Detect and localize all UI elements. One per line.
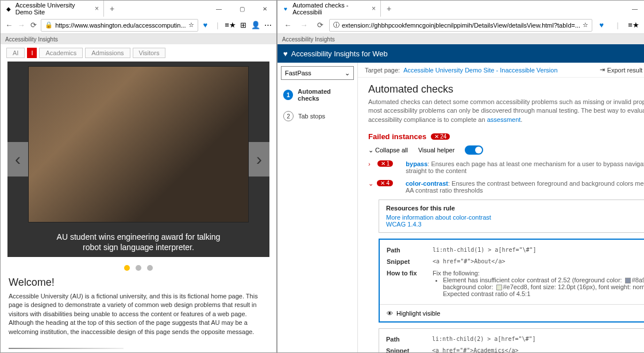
browser-tab-left[interactable]: ◆ Accessible University Demo Site × (1, 1, 104, 17)
sidebar: FastPass ⌄ 1 Automated checks 2 Tab stop… (277, 63, 358, 352)
menu-icon[interactable]: ⋯ (263, 18, 273, 32)
new-tab-button[interactable]: + (381, 4, 397, 13)
export-icon: ⇥ (600, 66, 605, 74)
collapse-all-button[interactable]: ⌄ Collapse all (368, 147, 408, 154)
assessment-link[interactable]: assessment (487, 116, 521, 123)
forward-icon: → (16, 18, 26, 32)
divider: | (611, 18, 624, 32)
eye-icon: 👁 (387, 310, 393, 317)
page-title: Automated checks (368, 83, 644, 95)
forward-icon: → (297, 18, 311, 32)
label-path: Path (386, 336, 421, 343)
tab-academics[interactable]: Academics (39, 48, 83, 58)
favorites-icon[interactable]: ≡★ (627, 18, 641, 32)
rule-bypass[interactable]: › ✕ 1 bypass: Ensures each page has at l… (368, 160, 644, 174)
divider (9, 348, 124, 349)
divider: | (213, 18, 222, 32)
lock-icon: 🔒 (45, 21, 53, 29)
target-page-label: Target page: (365, 67, 400, 74)
refresh-icon[interactable]: ⟳ (313, 18, 327, 32)
close-icon[interactable]: × (372, 5, 376, 13)
star-icon[interactable]: ☆ (583, 21, 588, 29)
label-howfix: How to fix (387, 270, 421, 297)
resource-link-wcag[interactable]: WCAG 1.4.3 (386, 221, 422, 228)
browser-tab-right[interactable]: ♥ Automated checks - Accessibili × (277, 1, 381, 17)
rule-name[interactable]: bypass (406, 160, 427, 167)
new-tab-button[interactable]: + (104, 4, 120, 13)
target-page-link[interactable]: Accessible University Demo Site - Inacce… (403, 67, 557, 74)
failed-instances-heading: Failed instances (368, 132, 426, 141)
url-text: extension://ghbhpcookfemncgoinjblecnilpp… (342, 22, 580, 29)
tab-title: Accessible University Demo Site (16, 2, 91, 16)
address-bar[interactable]: 🔒 https://www.washington.edu/accesscompu… (41, 19, 198, 32)
instance-snippet: <a href="#">About</a> (433, 258, 644, 265)
carousel-next-icon[interactable]: › (249, 142, 269, 176)
site-tabs: AI I Academics Admissions Visitors (1, 44, 276, 62)
step-label: Automated checks (298, 88, 352, 102)
rule-count-badge: ✕ 1 (377, 160, 394, 167)
step-automated-checks[interactable]: 1 Automated checks (277, 83, 357, 106)
highlight-visible-button[interactable]: Highlight visible (396, 310, 440, 317)
tab-admissions[interactable]: Admissions (85, 48, 130, 58)
rule-name[interactable]: color-contrast (406, 180, 448, 187)
extension-bar: Accessibility Insights (277, 34, 644, 44)
minimize-icon[interactable]: — (207, 1, 230, 17)
instance-path: li:nth-child(1) > a[href="\#"] (433, 247, 644, 254)
label-snippet: Snippet (386, 347, 421, 352)
chevron-down-icon: ⌄ (368, 147, 373, 154)
failed-count-badge: ✕ 24 (431, 133, 450, 140)
welcome-text: Accessible University (AU) is a fictiona… (9, 292, 268, 336)
tab-i[interactable]: I (27, 48, 37, 58)
star-icon[interactable]: ☆ (188, 21, 194, 29)
favorites-icon[interactable]: ≡★ (225, 18, 236, 32)
favicon-icon: ♥ (282, 5, 289, 13)
collections-icon[interactable]: ⊞ (238, 18, 248, 32)
resources-card: Resources for this rule More information… (379, 199, 644, 233)
heart-icon: ♥ (283, 49, 288, 58)
url-text: https://www.washington.edu/accesscomputi… (55, 22, 186, 29)
step-tab-stops[interactable]: 2 Tab stops (277, 106, 357, 126)
welcome-heading: Welcome! (9, 277, 268, 289)
back-icon[interactable]: ← (281, 18, 295, 32)
chevron-down-icon: ⌄ (345, 70, 350, 77)
main-panel: Target page: Accessible University Demo … (358, 63, 644, 352)
rule-color-contrast[interactable]: ⌄ ✕ 4 color-contrast: Ensures the contra… (368, 180, 644, 194)
resources-heading: Resources for this rule (386, 205, 644, 212)
profile-icon[interactable]: 👤 (250, 18, 260, 32)
export-result-button[interactable]: ⇥Export result (600, 66, 643, 74)
rule-count-badge: ✕ 4 (377, 180, 393, 186)
chevron-right-icon: › (368, 160, 374, 167)
chevron-down-icon: ⌄ (368, 180, 373, 187)
dot-1[interactable] (124, 265, 130, 271)
dot-2[interactable] (136, 265, 141, 271)
visual-helper-toggle[interactable] (465, 145, 483, 155)
dot-3[interactable] (147, 265, 153, 271)
image-carousel: ‹ › AU student wins engineering award fo… (7, 62, 269, 257)
instance-card-1: Pathli:nth-child(1) > a[href="\#"] Snipp… (379, 239, 644, 323)
carousel-caption-1: AU student wins engineering award for ta… (7, 232, 269, 242)
step-num-2: 2 (283, 111, 294, 121)
heart-icon[interactable]: ♥ (200, 18, 210, 32)
app-title: Accessibility Insights for Web (291, 49, 388, 58)
step-label: Tab stops (298, 113, 325, 120)
refresh-icon[interactable]: ⟳ (29, 18, 38, 32)
page-description: Automated checks can detect some common … (368, 98, 644, 124)
back-icon[interactable]: ← (4, 18, 14, 32)
heart-icon[interactable]: ♥ (595, 18, 608, 32)
close-icon[interactable]: ✕ (253, 1, 276, 17)
address-bar[interactable]: ⓘ extension://ghbhpcookfemncgoinjblecnil… (329, 19, 592, 32)
minimize-icon[interactable]: — (623, 1, 644, 17)
app-header: ♥ Accessibility Insights for Web ⚙ (277, 44, 644, 63)
label-snippet: Snippet (387, 258, 421, 265)
tab-title: Automated checks - Accessibili (292, 2, 368, 16)
extension-bar: Accessibility Insights (1, 34, 276, 44)
tab-ai[interactable]: AI (6, 48, 25, 58)
tab-visitors[interactable]: Visitors (133, 48, 166, 58)
resource-link-info[interactable]: More information about color-contrast (386, 214, 491, 221)
close-icon[interactable]: × (95, 5, 99, 13)
carousel-prev-icon[interactable]: ‹ (7, 142, 28, 176)
maximize-icon[interactable]: ▢ (230, 1, 253, 17)
instance-path: li:nth-child(2) > a[href="\#"] (432, 336, 644, 343)
test-type-select[interactable]: FastPass ⌄ (281, 66, 354, 80)
instance-snippet: <a href="#">Academics</a> (432, 347, 644, 352)
